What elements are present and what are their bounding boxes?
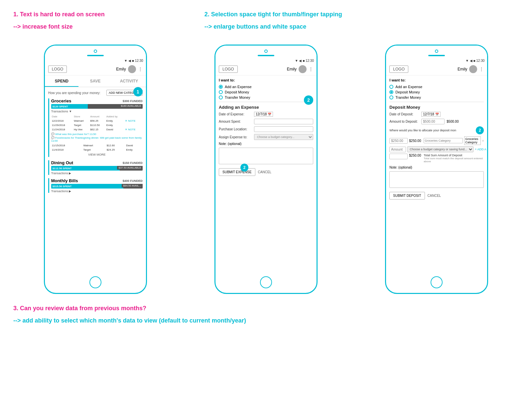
phone-camera-3 (435, 50, 438, 53)
radio-transfer[interactable]: Transfer Money (219, 95, 313, 100)
radio-add-expense-3[interactable]: Add an Expense (389, 84, 484, 89)
allocate-text: Where would you like to allocate your de… (389, 129, 476, 132)
home-btn-1[interactable] (45, 273, 146, 293)
radio-label-transfer: Transfer Money (225, 95, 250, 99)
dining-progress-bg: $112.50 SPENT $37.50 AVAILABLE (51, 166, 143, 171)
status-icons-2: ▼ ◀ ■ 12:30 (295, 59, 314, 63)
radio-label-deposit: Deposit Money (225, 90, 249, 94)
form-input-location[interactable] (254, 126, 313, 132)
groceries-funded: $300 FUNDED (123, 99, 143, 103)
deposit-amount-value: $500.00 (447, 120, 459, 123)
badge-2-top: 2 (304, 95, 313, 105)
deposit-amount-label: Amount to Deposit: (389, 120, 419, 123)
logo-1: LOGO (48, 66, 67, 73)
phone-top-bar-3 (386, 46, 487, 58)
total-sublabel: Total sum must match the deposit amount … (424, 157, 484, 163)
phone-speaker-1 (87, 55, 104, 56)
tr3-note[interactable]: ✕ NOTE (125, 128, 142, 131)
col-note (125, 115, 142, 118)
radio-circle-transfer (219, 95, 223, 99)
phone-2: ▼ ◀ ■ 12:30 LOGO Emily ⋮ 2 I want to: Ad… (214, 45, 318, 294)
radio-group-3: Add an Expense Deposit Money Transfer Mo… (389, 84, 484, 100)
radio-add-expense[interactable]: Add an Expense (219, 84, 313, 89)
cancel-expense-btn[interactable]: CANCEL (258, 168, 272, 176)
form-row-amount: Amount Spent: (219, 119, 313, 124)
phone-speaker-2 (258, 55, 274, 56)
groceries-spent-label: $120 SPENT (53, 105, 68, 108)
view-more-btn[interactable]: VIEW MORE (51, 152, 143, 157)
phone3-content: I want to: Add an Expense Deposit Money … (386, 75, 487, 273)
form-input-amount[interactable] (254, 119, 313, 124)
radio-deposit[interactable]: Deposit Money (219, 89, 313, 95)
tr1-note[interactable]: ✕ NOTE (125, 119, 142, 123)
home-btn-2[interactable] (215, 273, 317, 293)
alloc-amount-1-display: $250.00 (409, 139, 422, 143)
annotation-3-line2: --> add ability to select which month's … (13, 316, 519, 325)
bills-header: Monthly Bills $400 FUNDED (51, 178, 143, 183)
menu-dots-3[interactable]: ⋮ (479, 66, 484, 72)
status-bar-1: ▼ ◀ ■ 12:30 (45, 58, 146, 63)
note-item-1: 💬 What was this purchase for? 11/30 (51, 133, 143, 136)
form-select-category[interactable]: Choose a budget category... (254, 134, 313, 140)
alloc-select-2[interactable]: Choose a budget category or saving fund.… (407, 146, 473, 152)
add-line-button[interactable]: + ADD A LINE (475, 148, 487, 151)
note-textarea-3[interactable] (389, 171, 484, 188)
menu-dots-1[interactable]: ⋮ (138, 66, 143, 72)
tab-spend[interactable]: SPEND (45, 76, 78, 87)
alloc-amount-2[interactable] (389, 147, 406, 152)
dining-funded: $150 FUNDED (123, 161, 143, 165)
menu-dots-2[interactable]: ⋮ (309, 66, 313, 72)
alloc-amount-1[interactable] (389, 138, 408, 144)
avatar-1 (128, 65, 136, 73)
alloc-select-1[interactable] (424, 138, 463, 143)
i-want-to-label-2: I want to: (219, 78, 313, 82)
groceries-transactions-toggle[interactable]: Transactions ▼ (51, 110, 143, 113)
radio-circle-expense (219, 85, 223, 89)
bills-name: Monthly Bills (51, 178, 78, 183)
tab-activity[interactable]: ACTIVITY (112, 76, 146, 87)
total-label: Total Sum Amount of Deposit (424, 154, 484, 157)
form-label-amount: Amount Spent: (219, 120, 252, 123)
deposit-amount-row: Amount to Deposit: $500.00 (389, 119, 484, 124)
radio-circle-deposit-3 (389, 90, 393, 94)
radio-transfer-3[interactable]: Transfer Money (389, 95, 484, 100)
col-date: Date (52, 115, 73, 118)
deposit-amount-input[interactable] (421, 119, 445, 124)
radio-deposit-3[interactable]: Deposit Money (389, 89, 484, 95)
tr1-date: 12/2/2018 (52, 119, 73, 123)
phone-camera-2 (264, 50, 268, 53)
tr2-store: Target (74, 123, 89, 127)
submit-deposit-btn[interactable]: SUBMIT DEPOSIT (389, 192, 425, 200)
table-row: 11/15/2018 Walmart $12.60 David (52, 144, 142, 147)
total-row: $250.00 Total Sum Amount of Deposit Tota… (389, 154, 484, 163)
annotation-1-line1: 1. Text is hard to read on screen (13, 10, 105, 19)
note-textarea-2[interactable] (219, 148, 313, 164)
tr1-addedby: Emily (106, 119, 124, 123)
tab-save[interactable]: SAVE (78, 76, 112, 87)
how-spending-text: How you are spending your money: (48, 91, 100, 95)
annotation-2-line2: --> enlarge buttons and white space (204, 22, 342, 31)
alloc-check-1: ○ (482, 139, 484, 142)
submit-expense-btn[interactable]: SUBMIT EXPENSE (219, 168, 255, 176)
dining-transactions-toggle[interactable]: Transactions ▶ (51, 172, 143, 175)
alloc-row-2: Choose a budget category or saving fund.… (389, 146, 484, 152)
radio-circle-expense-3 (389, 85, 393, 89)
deposit-date-input[interactable]: 12/7/18 📅 (421, 112, 440, 117)
user-name-1: Emily (116, 67, 126, 71)
cancel-deposit-btn[interactable]: CANCEL (428, 192, 441, 200)
bills-transactions-toggle[interactable]: Transactions ▶ (51, 190, 143, 193)
radio-label-expense: Add an Expense (225, 85, 252, 89)
form-date-input[interactable]: 12/7/18 📅 (254, 112, 273, 117)
bills-funded: $400 FUNDED (123, 179, 143, 183)
alloc-category-1-display: Groceries Category (464, 136, 481, 145)
radio-label-expense-3: Add an Expense (395, 85, 422, 89)
header-right-2: Emily ⋮ (287, 65, 313, 73)
home-btn-3[interactable] (386, 273, 487, 293)
logo-2: LOGO (219, 66, 238, 73)
total-amount-input (389, 154, 408, 159)
phone-top-bar-2 (215, 46, 317, 58)
tr2-addedby: Emily (106, 123, 124, 127)
form-label-location: Purchase Location: (219, 127, 252, 131)
category-bills: Monthly Bills $400 FUNDED $315.50 SPENT … (48, 178, 143, 193)
status-bar-3: ▼ ◀ ■ 12:30 (386, 58, 487, 63)
